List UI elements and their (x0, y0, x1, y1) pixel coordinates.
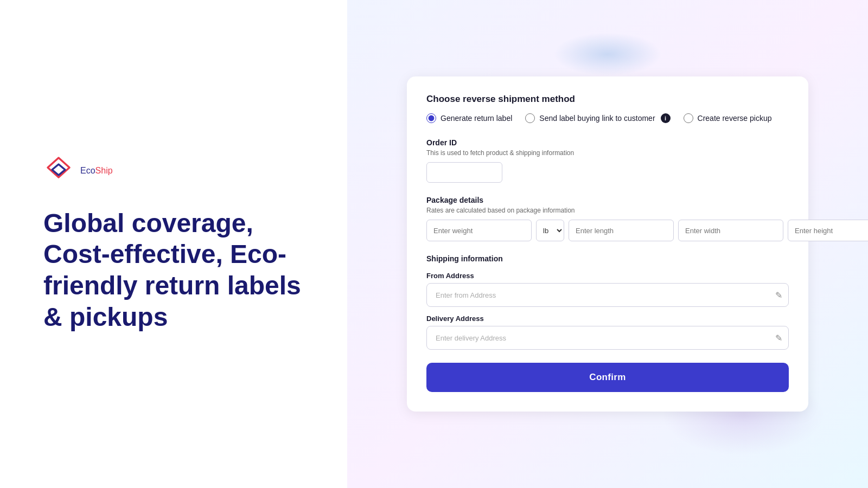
order-id-label: Order ID (426, 138, 789, 147)
right-panel: Choose reverse shipment method Generate … (347, 0, 868, 488)
radio-group: Generate return label Send label buying … (426, 113, 789, 123)
order-id-sublabel: This is used to fetch product & shipping… (426, 149, 789, 157)
tagline: Global coverage, Cost-effective, Eco-fri… (43, 208, 315, 332)
package-row: lb kg in cm (426, 220, 789, 241)
delivery-address-input[interactable] (426, 326, 789, 350)
delivery-address-edit-icon[interactable]: ✎ (775, 333, 782, 343)
logo-ship: Ship (95, 166, 113, 175)
info-icon[interactable]: i (661, 113, 671, 123)
weight-unit-select[interactable]: lb kg (536, 220, 564, 241)
form-card: Choose reverse shipment method Generate … (407, 76, 808, 412)
order-id-group: Order ID This is used to fetch product &… (426, 138, 789, 183)
radio-label-pickup: Create reverse pickup (698, 114, 772, 123)
weight-input[interactable] (426, 220, 532, 241)
ecoship-logo-icon (43, 156, 74, 186)
width-input[interactable] (678, 220, 783, 241)
shipping-title: Shipping information (426, 254, 789, 263)
radio-send-label-link[interactable] (525, 113, 535, 123)
package-details-group: Package details Rates are calculated bas… (426, 196, 789, 241)
left-panel: EcoShip Global coverage, Cost-effective,… (0, 0, 347, 488)
shipment-method-group: Choose reverse shipment method Generate … (426, 94, 789, 123)
delivery-address-wrapper: ✎ (426, 326, 789, 350)
radio-option-send-label-link[interactable]: Send label buying link to customer i (525, 113, 670, 123)
radio-create-reverse-pickup[interactable] (684, 113, 693, 123)
delivery-address-group: Delivery Address ✎ (426, 314, 789, 350)
radio-label-generate: Generate return label (441, 114, 512, 123)
confirm-button[interactable]: Confirm (426, 363, 789, 392)
radio-label-send: Send label buying link to customer (539, 114, 655, 123)
shipping-section: Shipping information From Address ✎ Deli… (426, 254, 789, 350)
package-details-label: Package details (426, 196, 789, 204)
package-details-sublabel: Rates are calculated based on package in… (426, 207, 789, 214)
logo-eco: Eco (80, 166, 95, 175)
from-address-input[interactable] (426, 283, 789, 307)
shipment-method-title: Choose reverse shipment method (426, 94, 789, 105)
radio-option-create-reverse-pickup[interactable]: Create reverse pickup (684, 113, 772, 123)
from-address-group: From Address ✎ (426, 272, 789, 307)
logo-text: EcoShip (80, 166, 113, 176)
logo-area: EcoShip (43, 156, 315, 186)
order-id-input[interactable] (426, 162, 502, 183)
from-address-label: From Address (426, 272, 789, 280)
from-address-wrapper: ✎ (426, 283, 789, 307)
delivery-address-label: Delivery Address (426, 314, 789, 323)
height-input[interactable] (788, 220, 868, 241)
radio-generate-return-label[interactable] (426, 113, 436, 123)
radio-option-generate-return-label[interactable]: Generate return label (426, 113, 512, 123)
length-input[interactable] (569, 220, 674, 241)
from-address-edit-icon[interactable]: ✎ (775, 290, 782, 300)
bg-blob-top (553, 33, 662, 76)
